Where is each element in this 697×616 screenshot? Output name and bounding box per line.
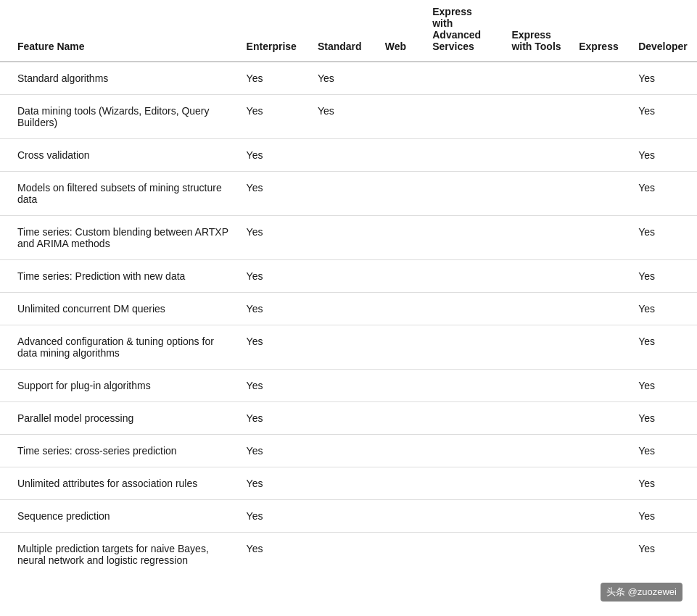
- cell-web: [376, 500, 424, 533]
- cell-web: [376, 172, 424, 216]
- col-header-standard: Standard: [309, 0, 376, 62]
- cell-express_adv: [424, 325, 503, 370]
- cell-enterprise: Yes: [238, 293, 309, 325]
- cell-express: [570, 533, 630, 577]
- col-header-developer: Developer: [630, 0, 697, 62]
- cell-web: [376, 139, 424, 172]
- cell-standard: Yes: [309, 62, 376, 95]
- cell-express: [570, 260, 630, 293]
- cell-web: [376, 325, 424, 370]
- cell-developer: Yes: [630, 293, 697, 325]
- cell-express: [570, 500, 630, 533]
- cell-web: [376, 435, 424, 467]
- cell-enterprise: Yes: [238, 467, 309, 500]
- table-row: Data mining tools (Wizards, Editors, Que…: [0, 95, 697, 139]
- cell-enterprise: Yes: [238, 402, 309, 435]
- cell-enterprise: Yes: [238, 325, 309, 370]
- cell-express_adv: [424, 62, 503, 95]
- cell-developer: Yes: [630, 500, 697, 533]
- cell-express_tools: [503, 500, 570, 533]
- cell-feature: Support for plug-in algorithms: [0, 370, 238, 402]
- cell-express: [570, 402, 630, 435]
- table-row: Support for plug-in algorithmsYesYes: [0, 370, 697, 402]
- comparison-table-container: Feature NameEnterpriseStandardWebExpress…: [0, 0, 697, 576]
- cell-express_adv: [424, 139, 503, 172]
- cell-feature: Parallel model processing: [0, 402, 238, 435]
- cell-developer: Yes: [630, 139, 697, 172]
- cell-developer: Yes: [630, 402, 697, 435]
- cell-standard: [309, 293, 376, 325]
- cell-feature: Data mining tools (Wizards, Editors, Que…: [0, 95, 238, 139]
- cell-feature: Time series: cross-series prediction: [0, 435, 238, 467]
- cell-web: [376, 467, 424, 500]
- cell-web: [376, 402, 424, 435]
- cell-express: [570, 95, 630, 139]
- cell-express_adv: [424, 467, 503, 500]
- cell-enterprise: Yes: [238, 62, 309, 95]
- cell-express: [570, 139, 630, 172]
- cell-feature: Standard algorithms: [0, 62, 238, 95]
- cell-standard: Yes: [309, 95, 376, 139]
- cell-express_adv: [424, 172, 503, 216]
- cell-express_tools: [503, 402, 570, 435]
- table-row: Unlimited concurrent DM queriesYesYes: [0, 293, 697, 325]
- cell-express_adv: [424, 260, 503, 293]
- cell-developer: Yes: [630, 216, 697, 260]
- table-row: Time series: Prediction with new dataYes…: [0, 260, 697, 293]
- cell-express: [570, 172, 630, 216]
- col-header-express_tools: Express with Tools: [503, 0, 570, 62]
- cell-express_tools: [503, 435, 570, 467]
- cell-express_adv: [424, 216, 503, 260]
- cell-feature: Sequence prediction: [0, 500, 238, 533]
- table-row: Sequence predictionYesYes: [0, 500, 697, 533]
- cell-express: [570, 325, 630, 370]
- cell-standard: [309, 325, 376, 370]
- cell-standard: [309, 500, 376, 533]
- cell-express_adv: [424, 435, 503, 467]
- col-header-web: Web: [376, 0, 424, 62]
- table-row: Time series: cross-series predictionYesY…: [0, 435, 697, 467]
- cell-enterprise: Yes: [238, 216, 309, 260]
- cell-express_tools: [503, 216, 570, 260]
- table-row: Unlimited attributes for association rul…: [0, 467, 697, 500]
- col-header-express: Express: [570, 0, 630, 62]
- cell-express_tools: [503, 172, 570, 216]
- col-header-enterprise: Enterprise: [238, 0, 309, 62]
- cell-enterprise: Yes: [238, 435, 309, 467]
- cell-standard: [309, 260, 376, 293]
- cell-feature: Advanced configuration & tuning options …: [0, 325, 238, 370]
- cell-standard: [309, 172, 376, 216]
- table-row: Cross validationYesYes: [0, 139, 697, 172]
- cell-express_tools: [503, 95, 570, 139]
- cell-enterprise: Yes: [238, 95, 309, 139]
- cell-feature: Cross validation: [0, 139, 238, 172]
- feature-comparison-table: Feature NameEnterpriseStandardWebExpress…: [0, 0, 697, 576]
- cell-express_adv: [424, 370, 503, 402]
- table-row: Models on filtered subsets of mining str…: [0, 172, 697, 216]
- cell-express_tools: [503, 139, 570, 172]
- col-header-express_adv: Express with Advanced Services: [424, 0, 503, 62]
- cell-developer: Yes: [630, 533, 697, 577]
- cell-developer: Yes: [630, 172, 697, 216]
- cell-web: [376, 95, 424, 139]
- col-header-feature: Feature Name: [0, 0, 238, 62]
- cell-web: [376, 62, 424, 95]
- cell-express: [570, 467, 630, 500]
- cell-express_tools: [503, 325, 570, 370]
- cell-developer: Yes: [630, 467, 697, 500]
- cell-express: [570, 62, 630, 95]
- cell-express_tools: [503, 467, 570, 500]
- cell-standard: [309, 435, 376, 467]
- cell-developer: Yes: [630, 435, 697, 467]
- cell-web: [376, 216, 424, 260]
- table-row: Parallel model processingYesYes: [0, 402, 697, 435]
- table-row: Standard algorithmsYesYesYes: [0, 62, 697, 95]
- cell-web: [376, 260, 424, 293]
- cell-feature: Time series: Custom blending between ART…: [0, 216, 238, 260]
- cell-standard: [309, 370, 376, 402]
- cell-web: [376, 533, 424, 577]
- cell-express: [570, 216, 630, 260]
- cell-express: [570, 435, 630, 467]
- cell-express: [570, 293, 630, 325]
- cell-feature: Unlimited attributes for association rul…: [0, 467, 238, 500]
